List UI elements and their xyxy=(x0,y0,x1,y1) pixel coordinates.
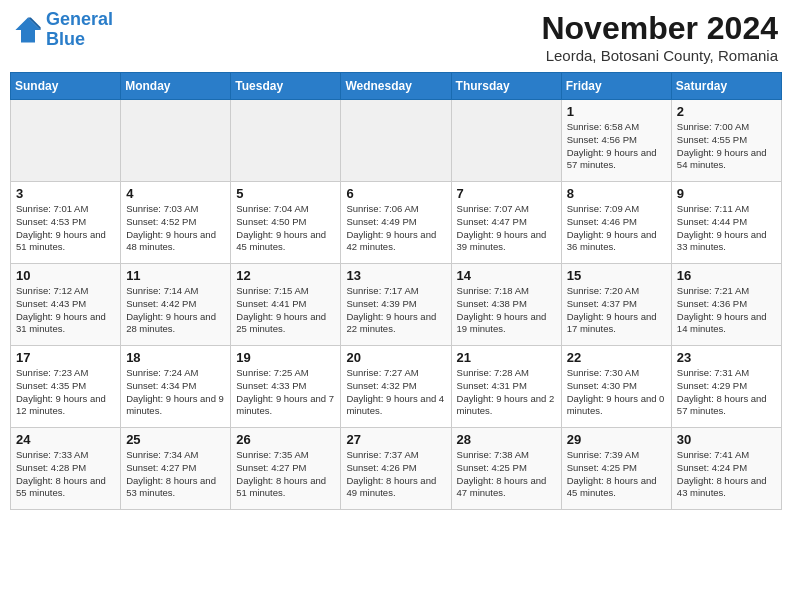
calendar-cell: 1Sunrise: 6:58 AM Sunset: 4:56 PM Daylig… xyxy=(561,100,671,182)
calendar-cell: 28Sunrise: 7:38 AM Sunset: 4:25 PM Dayli… xyxy=(451,428,561,510)
calendar-cell: 19Sunrise: 7:25 AM Sunset: 4:33 PM Dayli… xyxy=(231,346,341,428)
weekday-header: Friday xyxy=(561,73,671,100)
calendar-week-row: 24Sunrise: 7:33 AM Sunset: 4:28 PM Dayli… xyxy=(11,428,782,510)
day-info: Sunrise: 7:21 AM Sunset: 4:36 PM Dayligh… xyxy=(677,285,776,336)
day-info: Sunrise: 7:11 AM Sunset: 4:44 PM Dayligh… xyxy=(677,203,776,254)
calendar-cell: 10Sunrise: 7:12 AM Sunset: 4:43 PM Dayli… xyxy=(11,264,121,346)
calendar-cell: 21Sunrise: 7:28 AM Sunset: 4:31 PM Dayli… xyxy=(451,346,561,428)
calendar-cell xyxy=(341,100,451,182)
weekday-header: Monday xyxy=(121,73,231,100)
calendar-cell: 14Sunrise: 7:18 AM Sunset: 4:38 PM Dayli… xyxy=(451,264,561,346)
day-number: 15 xyxy=(567,268,666,283)
day-info: Sunrise: 7:24 AM Sunset: 4:34 PM Dayligh… xyxy=(126,367,225,418)
calendar-header-row: SundayMondayTuesdayWednesdayThursdayFrid… xyxy=(11,73,782,100)
calendar-cell: 30Sunrise: 7:41 AM Sunset: 4:24 PM Dayli… xyxy=(671,428,781,510)
logo-text: General Blue xyxy=(46,10,113,50)
day-info: Sunrise: 7:37 AM Sunset: 4:26 PM Dayligh… xyxy=(346,449,445,500)
day-info: Sunrise: 7:41 AM Sunset: 4:24 PM Dayligh… xyxy=(677,449,776,500)
day-info: Sunrise: 7:12 AM Sunset: 4:43 PM Dayligh… xyxy=(16,285,115,336)
day-number: 8 xyxy=(567,186,666,201)
calendar-cell: 9Sunrise: 7:11 AM Sunset: 4:44 PM Daylig… xyxy=(671,182,781,264)
day-info: Sunrise: 7:20 AM Sunset: 4:37 PM Dayligh… xyxy=(567,285,666,336)
calendar-cell: 11Sunrise: 7:14 AM Sunset: 4:42 PM Dayli… xyxy=(121,264,231,346)
logo: General Blue xyxy=(14,10,113,50)
calendar-cell: 4Sunrise: 7:03 AM Sunset: 4:52 PM Daylig… xyxy=(121,182,231,264)
location: Leorda, Botosani County, Romania xyxy=(541,47,778,64)
day-info: Sunrise: 7:00 AM Sunset: 4:55 PM Dayligh… xyxy=(677,121,776,172)
day-number: 26 xyxy=(236,432,335,447)
day-info: Sunrise: 7:33 AM Sunset: 4:28 PM Dayligh… xyxy=(16,449,115,500)
day-number: 19 xyxy=(236,350,335,365)
calendar-table: SundayMondayTuesdayWednesdayThursdayFrid… xyxy=(10,72,782,510)
day-number: 2 xyxy=(677,104,776,119)
day-number: 21 xyxy=(457,350,556,365)
calendar-cell: 7Sunrise: 7:07 AM Sunset: 4:47 PM Daylig… xyxy=(451,182,561,264)
day-info: Sunrise: 7:15 AM Sunset: 4:41 PM Dayligh… xyxy=(236,285,335,336)
day-number: 3 xyxy=(16,186,115,201)
day-number: 24 xyxy=(16,432,115,447)
calendar-cell: 24Sunrise: 7:33 AM Sunset: 4:28 PM Dayli… xyxy=(11,428,121,510)
weekday-header: Sunday xyxy=(11,73,121,100)
calendar-cell: 17Sunrise: 7:23 AM Sunset: 4:35 PM Dayli… xyxy=(11,346,121,428)
day-number: 17 xyxy=(16,350,115,365)
day-number: 14 xyxy=(457,268,556,283)
calendar-cell: 20Sunrise: 7:27 AM Sunset: 4:32 PM Dayli… xyxy=(341,346,451,428)
weekday-header: Wednesday xyxy=(341,73,451,100)
weekday-header: Thursday xyxy=(451,73,561,100)
calendar-week-row: 17Sunrise: 7:23 AM Sunset: 4:35 PM Dayli… xyxy=(11,346,782,428)
calendar-week-row: 1Sunrise: 6:58 AM Sunset: 4:56 PM Daylig… xyxy=(11,100,782,182)
day-number: 29 xyxy=(567,432,666,447)
day-number: 6 xyxy=(346,186,445,201)
logo-icon xyxy=(14,16,42,44)
calendar-cell: 22Sunrise: 7:30 AM Sunset: 4:30 PM Dayli… xyxy=(561,346,671,428)
day-info: Sunrise: 7:35 AM Sunset: 4:27 PM Dayligh… xyxy=(236,449,335,500)
day-number: 5 xyxy=(236,186,335,201)
calendar-cell xyxy=(121,100,231,182)
day-info: Sunrise: 7:09 AM Sunset: 4:46 PM Dayligh… xyxy=(567,203,666,254)
day-number: 30 xyxy=(677,432,776,447)
calendar-cell xyxy=(231,100,341,182)
day-info: Sunrise: 7:39 AM Sunset: 4:25 PM Dayligh… xyxy=(567,449,666,500)
day-info: Sunrise: 7:17 AM Sunset: 4:39 PM Dayligh… xyxy=(346,285,445,336)
day-number: 9 xyxy=(677,186,776,201)
calendar-cell: 12Sunrise: 7:15 AM Sunset: 4:41 PM Dayli… xyxy=(231,264,341,346)
day-info: Sunrise: 6:58 AM Sunset: 4:56 PM Dayligh… xyxy=(567,121,666,172)
calendar-cell: 8Sunrise: 7:09 AM Sunset: 4:46 PM Daylig… xyxy=(561,182,671,264)
day-number: 27 xyxy=(346,432,445,447)
calendar-cell: 16Sunrise: 7:21 AM Sunset: 4:36 PM Dayli… xyxy=(671,264,781,346)
day-number: 16 xyxy=(677,268,776,283)
day-number: 18 xyxy=(126,350,225,365)
weekday-header: Tuesday xyxy=(231,73,341,100)
day-info: Sunrise: 7:04 AM Sunset: 4:50 PM Dayligh… xyxy=(236,203,335,254)
calendar-cell: 6Sunrise: 7:06 AM Sunset: 4:49 PM Daylig… xyxy=(341,182,451,264)
day-number: 20 xyxy=(346,350,445,365)
day-info: Sunrise: 7:14 AM Sunset: 4:42 PM Dayligh… xyxy=(126,285,225,336)
day-info: Sunrise: 7:03 AM Sunset: 4:52 PM Dayligh… xyxy=(126,203,225,254)
calendar-cell: 13Sunrise: 7:17 AM Sunset: 4:39 PM Dayli… xyxy=(341,264,451,346)
calendar-cell: 18Sunrise: 7:24 AM Sunset: 4:34 PM Dayli… xyxy=(121,346,231,428)
day-info: Sunrise: 7:28 AM Sunset: 4:31 PM Dayligh… xyxy=(457,367,556,418)
day-number: 1 xyxy=(567,104,666,119)
day-number: 10 xyxy=(16,268,115,283)
day-number: 25 xyxy=(126,432,225,447)
day-info: Sunrise: 7:07 AM Sunset: 4:47 PM Dayligh… xyxy=(457,203,556,254)
calendar-cell xyxy=(451,100,561,182)
calendar-cell xyxy=(11,100,121,182)
calendar-cell: 25Sunrise: 7:34 AM Sunset: 4:27 PM Dayli… xyxy=(121,428,231,510)
calendar-cell: 2Sunrise: 7:00 AM Sunset: 4:55 PM Daylig… xyxy=(671,100,781,182)
day-info: Sunrise: 7:31 AM Sunset: 4:29 PM Dayligh… xyxy=(677,367,776,418)
day-number: 11 xyxy=(126,268,225,283)
day-info: Sunrise: 7:38 AM Sunset: 4:25 PM Dayligh… xyxy=(457,449,556,500)
calendar-week-row: 3Sunrise: 7:01 AM Sunset: 4:53 PM Daylig… xyxy=(11,182,782,264)
calendar-cell: 27Sunrise: 7:37 AM Sunset: 4:26 PM Dayli… xyxy=(341,428,451,510)
calendar-cell: 3Sunrise: 7:01 AM Sunset: 4:53 PM Daylig… xyxy=(11,182,121,264)
logo-line1: General xyxy=(46,9,113,29)
logo-line2: Blue xyxy=(46,29,85,49)
svg-marker-0 xyxy=(15,17,40,42)
day-info: Sunrise: 7:01 AM Sunset: 4:53 PM Dayligh… xyxy=(16,203,115,254)
calendar-cell: 5Sunrise: 7:04 AM Sunset: 4:50 PM Daylig… xyxy=(231,182,341,264)
day-info: Sunrise: 7:30 AM Sunset: 4:30 PM Dayligh… xyxy=(567,367,666,418)
month-title: November 2024 xyxy=(541,10,778,47)
day-number: 12 xyxy=(236,268,335,283)
day-number: 23 xyxy=(677,350,776,365)
